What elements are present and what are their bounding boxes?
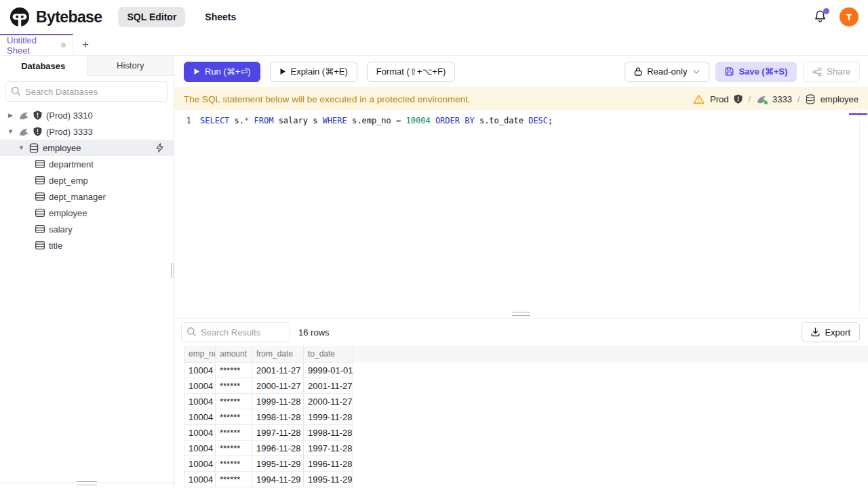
avatar[interactable]: T: [840, 7, 859, 26]
sidebar-table-item[interactable]: dept_manager: [0, 188, 174, 205]
nav-sql-editor[interactable]: SQL Editor: [118, 7, 185, 27]
bytebase-logo[interactable]: Bytebase: [9, 7, 102, 27]
lightning-icon[interactable]: [155, 143, 164, 152]
sidebar-table-item[interactable]: dept_emp: [0, 172, 174, 188]
result-cell: 2000-11-27: [252, 378, 304, 394]
top-nav: SQL Editor Sheets: [118, 7, 245, 27]
protected-environment-banner: The SQL statement below will be executed…: [174, 88, 868, 110]
result-row[interactable]: 10004******2000-11-272001-11-27: [184, 378, 868, 394]
format-button[interactable]: Format (⇧+⌥+F): [367, 62, 455, 82]
result-cell: 10004: [184, 456, 216, 472]
result-cell: 1997-11-28: [252, 425, 304, 441]
result-cell: 1994-11-29: [252, 472, 304, 487]
result-cell: ******: [216, 378, 252, 394]
nav-sheets[interactable]: Sheets: [196, 7, 245, 27]
database-icon: [806, 94, 815, 104]
instance-breadcrumb-label[interactable]: 3333: [772, 94, 792, 104]
sidebar-table-item[interactable]: title: [0, 237, 174, 253]
column-header-amount[interactable]: amount: [216, 346, 252, 363]
caret-down-icon[interactable]: ▼: [7, 128, 14, 135]
result-cell: ******: [216, 472, 252, 487]
results-search: [181, 322, 290, 342]
shield-icon: [33, 127, 42, 136]
editor-minimap-divider: [859, 110, 860, 310]
table-label: title: [49, 241, 62, 251]
results-panel: 16 rows Export emp_noamountfrom_dateto_d…: [174, 318, 868, 488]
result-row[interactable]: 10004******1994-11-291995-11-29: [184, 472, 868, 487]
share-button[interactable]: Share: [803, 62, 860, 82]
table-icon: [35, 225, 45, 233]
banner-message: The SQL statement below will be executed…: [184, 94, 471, 104]
notification-bell[interactable]: [813, 9, 828, 24]
environment-label[interactable]: Prod: [710, 94, 728, 104]
column-header-from_date[interactable]: from_date: [252, 346, 304, 363]
column-header-emp_no[interactable]: emp_no: [184, 346, 216, 363]
warning-icon: [693, 94, 705, 104]
search-databases-input[interactable]: [5, 81, 168, 102]
tab-untitled-sheet[interactable]: Untitled Sheet: [0, 34, 73, 55]
result-cell: 1995-11-29: [252, 456, 304, 472]
sidebar-resize-handle[interactable]: [171, 263, 174, 278]
search-results-input[interactable]: [181, 322, 290, 342]
table-label: department: [49, 159, 94, 169]
result-cell: 2001-11-27: [304, 378, 353, 394]
sql-token: 10004: [406, 116, 431, 125]
database-breadcrumb-label[interactable]: employee: [821, 94, 859, 104]
results-resize-splitter[interactable]: [174, 310, 868, 318]
add-sheet-button[interactable]: +: [73, 34, 98, 55]
sidebar-table-item[interactable]: employee: [0, 205, 174, 221]
lock-icon: [634, 67, 642, 76]
column-header-to_date[interactable]: to_date: [304, 346, 353, 363]
share-button-label: Share: [827, 66, 850, 77]
result-cell: ******: [216, 425, 252, 441]
results-table-body: 10004******2001-11-279999-01-0110004****…: [184, 363, 868, 487]
sql-editor[interactable]: 1 SELECT s.* FROM salary s WHERE s.emp_n…: [174, 110, 868, 310]
run-button[interactable]: Run (⌘+⏎): [184, 62, 260, 82]
results-toolbar: 16 rows Export: [174, 319, 868, 346]
result-row[interactable]: 10004******1997-11-281998-11-28: [184, 425, 868, 441]
sheet-tab-label: Untitled Sheet: [7, 35, 55, 56]
tab-databases[interactable]: Databases: [0, 56, 87, 76]
result-row[interactable]: 10004******1996-11-281997-11-28: [184, 441, 868, 456]
search-icon: [11, 86, 21, 96]
caret-down-icon[interactable]: ▼: [18, 144, 25, 151]
caret-right-icon[interactable]: ▶: [7, 112, 14, 119]
database-tree: ▶ (Prod) 3310 ▼ (Prod) 3333: [0, 107, 174, 253]
sql-token: DESC: [528, 116, 548, 125]
sidebar-table-item[interactable]: department: [0, 156, 174, 172]
export-button[interactable]: Export: [802, 322, 860, 342]
save-icon: [725, 67, 734, 76]
readonly-mode-select[interactable]: Read-only: [625, 62, 709, 82]
save-button[interactable]: Save (⌘+S): [715, 62, 797, 82]
result-cell: 10004: [184, 378, 216, 394]
result-row[interactable]: 10004******1995-11-291996-11-28: [184, 456, 868, 472]
sidebar-bottom-resize-handle[interactable]: [77, 481, 97, 485]
explain-button-label: Explain (⌘+E): [291, 66, 348, 77]
save-button-label: Save (⌘+S): [738, 66, 787, 77]
sql-token: SELECT: [200, 116, 229, 125]
sql-code-line[interactable]: SELECT s.* FROM salary s WHERE s.emp_no …: [200, 116, 553, 125]
tab-history[interactable]: History: [87, 56, 174, 76]
database-label: employee: [43, 143, 81, 153]
database-row-employee[interactable]: ▼ employee: [0, 140, 174, 156]
result-row[interactable]: 10004******2001-11-279999-01-01: [184, 363, 868, 378]
result-row[interactable]: 10004******1999-11-282000-11-27: [184, 394, 868, 409]
results-table: emp_noamountfrom_dateto_date 10004******…: [184, 346, 868, 487]
table-icon: [35, 192, 45, 201]
sql-token: ORDER: [435, 116, 460, 125]
instance-row-3310[interactable]: ▶ (Prod) 3310: [0, 107, 174, 123]
table-label: employee: [49, 208, 87, 218]
table-label: dept_emp: [49, 176, 88, 186]
share-icon: [812, 67, 822, 77]
instance-row-3333[interactable]: ▼ (Prod) 3333: [0, 123, 174, 140]
result-cell: 2001-11-27: [252, 363, 304, 378]
result-cell: 9999-01-01: [304, 363, 353, 378]
breadcrumb-separator: /: [748, 94, 751, 104]
result-cell: 1999-11-28: [252, 394, 304, 409]
result-cell: 10004: [184, 394, 216, 409]
result-row[interactable]: 10004******1998-11-281999-11-28: [184, 409, 868, 425]
result-cell: 10004: [184, 363, 216, 378]
sql-token: BY: [465, 116, 474, 125]
explain-button[interactable]: Explain (⌘+E): [270, 62, 357, 82]
sidebar-table-item[interactable]: salary: [0, 221, 174, 237]
